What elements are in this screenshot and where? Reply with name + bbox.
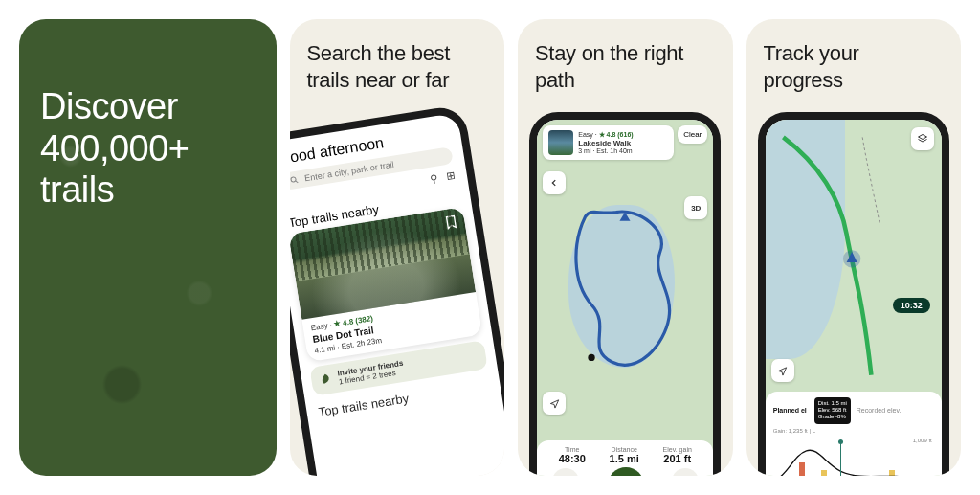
- elevation-chart[interactable]: 1,009 ft 328 ft 0.6 mi 1.4 mi 2.2 mi: [773, 438, 934, 476]
- gain-text: Gain: 1,235 ft | L: [773, 428, 934, 434]
- promo-panel-3: Stay on the right path Easy · ★ 4.8 (6: [518, 19, 733, 476]
- activity-button[interactable]: [672, 468, 699, 477]
- trail-thumb: [548, 130, 573, 155]
- layers-button[interactable]: [911, 127, 934, 150]
- time-value: 48:30: [559, 453, 586, 464]
- promo-panel-4: Track your progress: [746, 19, 962, 476]
- locate-button[interactable]: [771, 359, 794, 382]
- phone-mock: Easy · ★ 4.8 (616) Lakeside Walk 3 mi · …: [518, 106, 733, 476]
- phone-frame: Good afternoon Enter a city, park or tra…: [290, 106, 505, 476]
- dist-value: 1.5 mi: [610, 453, 639, 464]
- elevation-panel: Planned el Dist. 1.5 mi Elev. 568 ft Gra…: [766, 392, 942, 476]
- panel-caption: Search the best trails near or far: [290, 19, 505, 106]
- trail-difficulty: Easy: [578, 131, 593, 138]
- phone-frame: 10:32 Planned el Dist. 1.5 mi Elev. 568 …: [758, 112, 949, 476]
- timer-pill: 10:32: [893, 298, 930, 313]
- tab-planned[interactable]: Planned el: [773, 407, 807, 414]
- screenshot-gallery: Discover 400,000+ trails Search the best…: [19, 19, 961, 476]
- pause-button[interactable]: Pause: [608, 467, 644, 476]
- chart-cursor[interactable]: [840, 441, 841, 476]
- trail-info-card[interactable]: Easy · ★ 4.8 (616) Lakeside Walk 3 mi · …: [543, 125, 674, 160]
- panel-caption: Track your progress: [746, 19, 962, 106]
- chevron-left-icon: [549, 178, 559, 188]
- time-label: Time: [565, 446, 579, 453]
- phone-mock: 10:32 Planned el Dist. 1.5 mi Elev. 568 …: [746, 106, 962, 476]
- elev-tooltip: Dist. 1.5 mi Elev. 568 ft Grade -8%: [814, 397, 851, 424]
- dist-label: Distance: [612, 446, 637, 453]
- clear-button[interactable]: Clear: [678, 125, 707, 144]
- headline: Discover 400,000+ trails: [40, 86, 256, 212]
- mountain-icon: [560, 476, 571, 477]
- bookmark-icon[interactable]: [442, 214, 459, 231]
- layers-icon: [917, 133, 928, 145]
- location-arrow-icon: [777, 366, 788, 376]
- svg-point-6: [589, 354, 595, 361]
- star-icon: ★: [334, 319, 342, 328]
- search-placeholder: Enter a city, park or trail: [304, 160, 395, 184]
- elevation-button[interactable]: [552, 468, 579, 477]
- trail-rating: 4.8 (616): [607, 131, 634, 138]
- promo-panel-2: Search the best trails near or far Good …: [290, 19, 505, 476]
- svg-line-1: [296, 181, 298, 183]
- playback-controls: Elevation Pause Activity: [537, 464, 713, 476]
- promo-panel-1: Discover 400,000+ trails: [19, 19, 277, 476]
- location-arrow-icon: [549, 398, 560, 409]
- filter-icon[interactable]: ⚲: [429, 172, 438, 186]
- trail-stats: 3 mi · Est. 1h 40m: [578, 147, 633, 154]
- hiker-icon: [679, 476, 691, 477]
- map-icon[interactable]: ⊞: [446, 169, 457, 183]
- tab-recorded[interactable]: Recorded elev.: [857, 407, 902, 414]
- trail-card[interactable]: Easy · ★ 4.8 (382) Blue Dot Trail 4.1 mi…: [290, 207, 483, 362]
- leaf-icon: [319, 372, 334, 388]
- trail-name: Lakeside Walk: [578, 139, 633, 147]
- locate-button[interactable]: [543, 392, 566, 415]
- elev-line: [773, 438, 934, 476]
- 3d-button[interactable]: 3D: [684, 196, 707, 219]
- search-icon: [290, 174, 301, 185]
- panel-caption: Stay on the right path: [518, 19, 733, 106]
- phone-mock: Good afternoon Enter a city, park or tra…: [290, 106, 505, 476]
- elev-value: 201 ft: [663, 453, 692, 464]
- elev-label: Elev. gain: [663, 446, 692, 453]
- trail-difficulty: Easy: [310, 322, 328, 333]
- back-button[interactable]: [543, 171, 566, 194]
- phone-frame: Easy · ★ 4.8 (616) Lakeside Walk 3 mi · …: [529, 112, 721, 476]
